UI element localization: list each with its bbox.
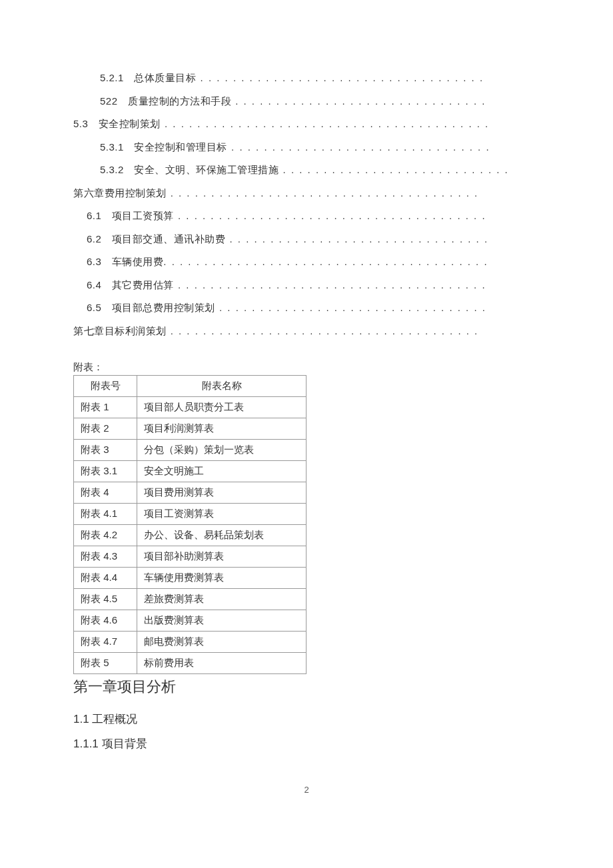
table-cell: 附表 5 [74, 653, 137, 674]
toc-dots: . . . . . . . . . . . . . . . . . . . . … [196, 72, 484, 83]
toc-entry: 6.1 项目工资预算 . . . . . . . . . . . . . . .… [73, 205, 540, 228]
table-cell: 项目部补助测算表 [137, 546, 306, 568]
toc-entry: 522 质量控制的方法和手段 . . . . . . . . . . . . .… [73, 90, 540, 113]
table-row: 附表 4项目费用测算表 [74, 482, 306, 504]
toc-dots: . . . . . . . . . . . . . . . . . . . . … [227, 141, 490, 153]
table-row: 附表 4.6出版费测算表 [74, 610, 306, 632]
toc-dots: . . . . . . . . . . . . . . . . . . . . … [215, 302, 486, 313]
table-row: 附表 1项目部人员职责分工表 [74, 397, 306, 418]
table-row: 附表 5标前费用表 [74, 653, 306, 674]
table-cell: 车辆使用费测算表 [137, 568, 306, 589]
table-header-name: 附表名称 [137, 376, 306, 397]
toc-entry: 5.3.2 安全、文明、环保施工管理措施 . . . . . . . . . .… [73, 159, 540, 182]
table-row: 附表 4.5差旅费测算表 [74, 589, 306, 610]
chapter-heading: 第一章项目分析 [73, 677, 540, 697]
toc-entry: 第六章费用控制策划 . . . . . . . . . . . . . . . … [73, 182, 540, 205]
table-cell: 附表 4.2 [74, 525, 137, 546]
toc-dots: . . . . . . . . . . . . . . . . . . . . … [225, 233, 488, 244]
table-of-contents: 5.2.1 总体质量目标 . . . . . . . . . . . . . .… [73, 67, 540, 342]
table-row: 附表 4.4车辆使用费测算表 [74, 568, 306, 589]
table-header-row: 附表号 附表名称 [74, 376, 306, 397]
toc-dots: . . . . . . . . . . . . . . . . . . . . … [163, 256, 488, 267]
table-cell: 附表 1 [74, 397, 137, 418]
section-heading: 1.1 工程概况 [73, 711, 540, 727]
toc-dots: . . . . . . . . . . . . . . . . . . . . … [279, 164, 508, 175]
toc-dots: . . . . . . . . . . . . . . . . . . . . … [167, 187, 479, 199]
table-cell: 标前费用表 [137, 653, 306, 674]
table-cell: 附表 4.7 [74, 632, 137, 653]
table-cell: 项目部人员职责分工表 [137, 397, 306, 418]
toc-entry: 5.3 安全控制策划 . . . . . . . . . . . . . . .… [73, 113, 540, 136]
table-cell: 项目费用测算表 [137, 482, 306, 504]
table-cell: 差旅费测算表 [137, 589, 306, 610]
table-cell: 出版费测算表 [137, 610, 306, 632]
toc-dots: . . . . . . . . . . . . . . . . . . . . … [161, 118, 489, 129]
table-row: 附表 4.1项目工资测算表 [74, 504, 306, 525]
table-cell: 附表 4 [74, 482, 137, 504]
table-row: 附表 2项目利润测算表 [74, 418, 306, 440]
table-cell: 附表 2 [74, 418, 137, 440]
subsection-heading: 1.1.1 项目背景 [73, 736, 540, 751]
table-row: 附表 3.1安全文明施工 [74, 461, 306, 482]
table-row: 附表 4.3项目部补助测算表 [74, 546, 306, 568]
table-cell: 附表 4.6 [74, 610, 137, 632]
toc-dots: . . . . . . . . . . . . . . . . . . . . … [167, 325, 479, 336]
table-cell: 附表 3 [74, 440, 137, 461]
table-cell: 邮电费测算表 [137, 632, 306, 653]
toc-entry: 6.4 其它费用估算 . . . . . . . . . . . . . . .… [73, 274, 540, 297]
toc-entry: 6.3 车辆使用费. . . . . . . . . . . . . . . .… [73, 250, 540, 274]
table-cell: 附表 4.4 [74, 568, 137, 589]
table-row: 附表 4.2办公、设备、易耗品策划表 [74, 525, 306, 546]
toc-entry: 6.2 项目部交通、通讯补助费 . . . . . . . . . . . . … [73, 228, 540, 251]
table-cell: 项目利润测算表 [137, 418, 306, 440]
table-header-number: 附表号 [74, 376, 137, 397]
toc-dots: . . . . . . . . . . . . . . . . . . . . … [174, 210, 486, 221]
table-row: 附表 4.7邮电费测算表 [74, 632, 306, 653]
table-row: 附表 3分包（采购）策划一览表 [74, 440, 306, 461]
attachment-table: 附表号 附表名称 附表 1项目部人员职责分工表附表 2项目利润测算表附表 3分包… [73, 375, 306, 674]
table-cell: 附表 4.1 [74, 504, 137, 525]
toc-entry: 5.3.1 安全控制和管理目标 . . . . . . . . . . . . … [73, 136, 540, 159]
toc-entry: 6.5 项目部总费用控制策划 . . . . . . . . . . . . .… [73, 296, 540, 320]
attachment-label: 附表： [73, 361, 540, 374]
table-cell: 附表 3.1 [74, 461, 137, 482]
table-cell: 附表 4.3 [74, 546, 137, 568]
page-number: 2 [73, 785, 540, 795]
table-cell: 项目工资测算表 [137, 504, 306, 525]
table-cell: 分包（采购）策划一览表 [137, 440, 306, 461]
table-cell: 安全文明施工 [137, 461, 306, 482]
toc-dots: . . . . . . . . . . . . . . . . . . . . … [231, 95, 486, 107]
table-cell: 附表 4.5 [74, 589, 137, 610]
toc-entry: 第七章目标利润策划 . . . . . . . . . . . . . . . … [73, 320, 540, 343]
table-cell: 办公、设备、易耗品策划表 [137, 525, 306, 546]
toc-entry: 5.2.1 总体质量目标 . . . . . . . . . . . . . .… [73, 67, 540, 90]
toc-dots: . . . . . . . . . . . . . . . . . . . . … [174, 279, 486, 290]
